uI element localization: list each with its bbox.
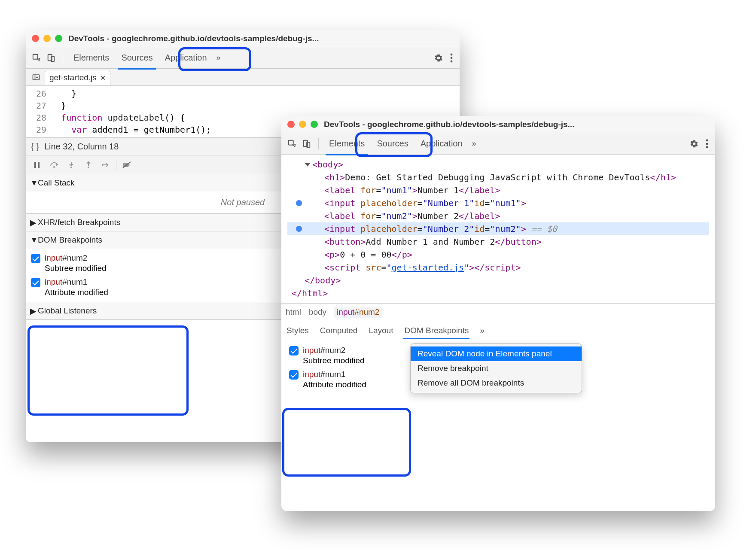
more-tabs-icon[interactable]: » [213, 53, 224, 62]
highlight-dom-breakpoints [27, 325, 189, 416]
tab-elements[interactable]: Elements [67, 50, 115, 65]
svg-point-18 [706, 143, 708, 145]
svg-point-17 [706, 139, 708, 141]
cursor-position: Line 32, Column 18 [44, 142, 119, 152]
checkbox-icon[interactable] [31, 278, 40, 287]
titlebar: DevTools - googlechrome.github.io/devtoo… [281, 116, 715, 133]
device-toggle-icon[interactable] [44, 51, 58, 65]
dom-node-h1[interactable]: <h1>Demo: Get Started Debugging JavaScri… [287, 171, 709, 184]
breadcrumb-body[interactable]: body [309, 307, 326, 317]
window-title: DevTools - googlechrome.github.io/devtoo… [68, 34, 319, 43]
svg-point-10 [70, 167, 72, 168]
subtab-styles[interactable]: Styles [286, 322, 310, 339]
svg-point-3 [451, 53, 453, 55]
device-toggle-icon[interactable] [299, 137, 314, 151]
tab-sources[interactable]: Sources [371, 136, 414, 151]
breakpoint-marker-icon [296, 200, 302, 206]
expand-toggle-icon[interactable] [305, 163, 311, 167]
dom-node-p[interactable]: <p>0 + 0 = 00</p> [287, 248, 709, 261]
main-toolbar: Elements Sources Application » [26, 47, 460, 69]
more-tabs-icon[interactable]: » [469, 139, 480, 148]
pretty-print-icon[interactable]: { } [26, 142, 44, 152]
dom-node-input[interactable]: <input placeholder="Number 1" id="num1"> [287, 197, 709, 210]
breadcrumb: html body input#num2 [281, 303, 715, 321]
minimize-window-icon[interactable] [43, 35, 51, 42]
step-over-icon[interactable] [46, 158, 63, 172]
kebab-menu-icon[interactable] [447, 53, 456, 63]
separator [63, 52, 63, 64]
breadcrumb-input[interactable]: input#num2 [334, 307, 382, 318]
tab-elements[interactable]: Elements [323, 136, 371, 151]
breakpoint-marker-icon [296, 226, 302, 232]
svg-rect-7 [34, 162, 36, 168]
settings-icon[interactable] [686, 139, 702, 149]
zoom-window-icon[interactable] [55, 35, 62, 42]
dom-node-html-close[interactable]: </html> [287, 287, 709, 300]
ctx-remove-breakpoint[interactable]: Remove breakpoint [411, 361, 582, 376]
line-number: 29 [26, 124, 51, 136]
dom-node-script[interactable]: <script src="get-started.js"></script> [287, 261, 709, 274]
line-number: 27 [26, 100, 51, 112]
subtab-computed[interactable]: Computed [319, 322, 359, 339]
step-out-icon[interactable] [80, 158, 97, 172]
subtab-layout[interactable]: Layout [368, 322, 394, 339]
titlebar: DevTools - googlechrome.github.io/devtoo… [26, 30, 460, 47]
svg-point-12 [102, 164, 104, 166]
subtab-dom-breakpoints[interactable]: DOM Breakpoints [403, 322, 469, 339]
checkbox-icon[interactable] [289, 346, 299, 356]
tab-application[interactable]: Application [159, 50, 213, 65]
close-tab-icon[interactable]: ✕ [100, 74, 106, 82]
file-tab[interactable]: get-started.js ✕ [45, 71, 110, 85]
dom-node-input-selected[interactable]: <input placeholder="Number 2" id="num2">… [287, 222, 709, 235]
checkbox-icon[interactable] [289, 370, 299, 380]
svg-point-4 [451, 57, 453, 59]
step-icon[interactable] [97, 158, 114, 172]
step-into-icon[interactable] [63, 158, 80, 172]
close-window-icon[interactable] [32, 35, 39, 42]
svg-point-11 [88, 167, 89, 168]
elements-subtabs: Styles Computed Layout DOM Breakpoints » [281, 321, 715, 339]
code-line: 26 } [26, 88, 460, 100]
dom-node-label[interactable]: <label for="num1">Number 1</label> [287, 184, 709, 197]
more-subtabs-icon[interactable]: » [479, 322, 485, 339]
inspect-element-icon[interactable] [29, 51, 44, 65]
svg-point-9 [53, 166, 55, 168]
dom-node-label[interactable]: <label for="num2">Number 2</label> [287, 210, 709, 222]
context-menu: Reveal DOM node in Elements panel Remove… [410, 343, 582, 393]
tab-sources[interactable]: Sources [115, 50, 159, 65]
deactivate-breakpoints-icon[interactable] [118, 158, 135, 172]
highlight-dom-breakpoints-pane [282, 408, 411, 477]
minimize-window-icon[interactable] [299, 121, 306, 128]
traffic-lights [287, 121, 318, 128]
pause-icon[interactable] [28, 158, 46, 172]
svg-rect-8 [38, 162, 40, 168]
navigator-toggle-icon[interactable] [30, 73, 42, 82]
dom-node-button[interactable]: <button>Add Number 1 and Number 2</butto… [287, 235, 709, 248]
file-tab-label: get-started.js [49, 73, 97, 82]
dom-node-body-close[interactable]: </body> [287, 274, 709, 287]
devtools-window-elements: DevTools - googlechrome.github.io/devtoo… [281, 116, 715, 511]
kebab-menu-icon[interactable] [702, 139, 712, 149]
inspect-element-icon[interactable] [285, 137, 299, 151]
ctx-remove-all-breakpoints[interactable]: Remove all DOM breakpoints [411, 376, 582, 390]
dom-node-body[interactable]: <body> [287, 158, 709, 171]
checkbox-icon[interactable] [31, 254, 40, 263]
svg-point-19 [706, 146, 708, 148]
window-title: DevTools - googlechrome.github.io/devtoo… [324, 120, 574, 129]
main-toolbar: Elements Sources Application » [281, 133, 715, 155]
file-tab-bar: get-started.js ✕ [26, 69, 460, 86]
svg-point-5 [451, 60, 453, 62]
settings-icon[interactable] [430, 53, 447, 63]
tab-application[interactable]: Application [415, 136, 469, 151]
dom-tree[interactable]: <body> <h1>Demo: Get Started Debugging J… [281, 155, 715, 303]
breadcrumb-html[interactable]: html [286, 307, 301, 317]
code-line: 27 } [26, 100, 460, 112]
zoom-window-icon[interactable] [311, 121, 318, 128]
traffic-lights [32, 35, 62, 42]
line-number: 28 [26, 112, 51, 124]
separator [116, 160, 116, 170]
close-window-icon[interactable] [287, 121, 295, 128]
separator [318, 138, 319, 149]
dom-breakpoints-pane: input#num2Subtree modified input#num1Att… [281, 339, 715, 408]
ctx-reveal-node[interactable]: Reveal DOM node in Elements panel [411, 346, 582, 361]
